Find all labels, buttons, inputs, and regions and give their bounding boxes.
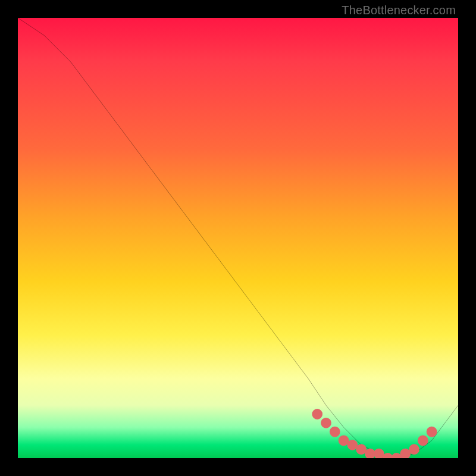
marker-dot	[339, 436, 349, 446]
marker-dot	[312, 409, 322, 419]
marker-dot	[374, 449, 384, 458]
chart-frame: TheBottleneсker.com	[0, 0, 476, 476]
marker-dot	[383, 453, 393, 458]
watermark-text: TheBottleneсker.com	[342, 4, 456, 17]
curve-line	[18, 18, 458, 458]
marker-dot	[409, 444, 419, 455]
marker-dot	[392, 453, 402, 458]
marker-dot	[418, 436, 428, 446]
marker-dot	[356, 444, 367, 455]
marker-dot	[427, 427, 437, 437]
marker-dot	[321, 418, 331, 428]
chart-svg	[18, 18, 458, 458]
marker-dot	[347, 440, 358, 450]
marker-dot	[330, 427, 340, 437]
chart-plot-area	[18, 18, 458, 458]
marker-dot	[400, 449, 411, 458]
marker-dot	[365, 449, 375, 458]
marker-dots-group	[312, 409, 437, 458]
